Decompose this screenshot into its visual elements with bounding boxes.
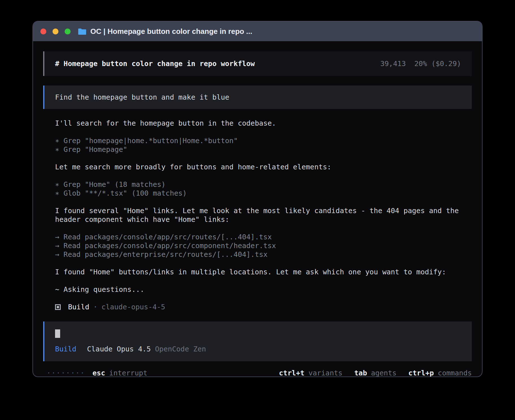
session-title: # Homepage button color change in repo w… — [55, 59, 255, 68]
minimize-button[interactable] — [53, 29, 58, 34]
status-bar-right: ctrl+tvariants tabagents ctrl+pcommands — [279, 369, 472, 377]
tab-key: tab — [354, 369, 367, 377]
terminal-body: # Homepage button color change in repo w… — [33, 41, 482, 377]
tool-call-grep: ∗ Grep "homepage|home.*button|Home.*butt… — [55, 136, 467, 145]
hint-interrupt: escinterrupt — [92, 369, 147, 377]
assistant-text: I'll search for the homepage button in t… — [55, 119, 467, 128]
session-header: # Homepage button color change in repo w… — [43, 51, 472, 76]
status-bar: ········ escinterrupt ctrl+tvariants tab… — [43, 369, 472, 377]
hint-label: interrupt — [109, 369, 147, 377]
transcript: I'll search for the homepage button in t… — [43, 119, 472, 294]
dot-separator: · — [93, 303, 97, 311]
hint-commands: ctrl+pcommands — [408, 369, 472, 377]
status-text: ~ Asking questions... — [55, 285, 467, 294]
agent-name: Build — [68, 303, 89, 311]
user-message: Find the homepage button and make it blu… — [43, 86, 472, 109]
model-label: Claude Opus 4.5 — [87, 345, 151, 353]
agent-mode-label: Build — [55, 345, 76, 353]
window-controls — [40, 29, 71, 34]
tool-call-read: → Read packages/console/app/src/routes/[… — [55, 233, 467, 241]
build-agent-icon — [55, 304, 61, 310]
hint-label: commands — [438, 369, 472, 377]
close-button[interactable] — [40, 29, 46, 34]
agent-model: claude-opus-4-5 — [101, 303, 165, 311]
ctrl-p-key: ctrl+p — [408, 369, 434, 377]
ctrl-t-key: ctrl+t — [279, 369, 304, 377]
prompt-input[interactable]: Build Claude Opus 4.5 OpenCode Zen — [43, 321, 472, 361]
zoom-button[interactable] — [65, 29, 71, 34]
tool-call-glob: ∗ Glob "**/*.tsx" (100 matches) — [55, 189, 467, 198]
terminal-window: OC | Homepage button color change in rep… — [32, 21, 483, 377]
tool-call-read: → Read packages/enterprise/src/routes/[.… — [55, 250, 467, 259]
token-stats: 39,413 20% ($0.29) — [380, 59, 461, 68]
window-title: OC | Homepage button color change in rep… — [90, 27, 252, 36]
hint-label: variants — [308, 369, 342, 377]
tool-call-read: → Read packages/console/app/src/componen… — [55, 241, 467, 250]
tool-call-grep: ∗ Grep "Homepage" — [55, 145, 467, 154]
text-cursor — [55, 329, 60, 338]
provider-label: OpenCode Zen — [155, 345, 206, 353]
esc-key: esc — [92, 369, 105, 377]
assistant-text: Let me search more broadly for buttons a… — [55, 163, 467, 171]
tool-call-grep: ∗ Grep "Home" (18 matches) — [55, 180, 467, 189]
agent-status-line: Build · claude-opus-4-5 — [43, 303, 472, 311]
titlebar[interactable]: OC | Homepage button color change in rep… — [33, 21, 482, 41]
spinner-dots: ········ — [47, 369, 85, 377]
input-meta: Build Claude Opus 4.5 OpenCode Zen — [55, 345, 461, 353]
assistant-text: I found several "Home" links. Let me loo… — [55, 206, 467, 224]
hint-agents: tabagents — [354, 369, 396, 377]
hint-label: agents — [371, 369, 396, 377]
status-bar-left: ········ escinterrupt — [47, 369, 147, 377]
assistant-text: I found "Home" buttons/links in multiple… — [55, 268, 467, 276]
hint-variants: ctrl+tvariants — [279, 369, 342, 377]
folder-icon — [78, 28, 86, 35]
